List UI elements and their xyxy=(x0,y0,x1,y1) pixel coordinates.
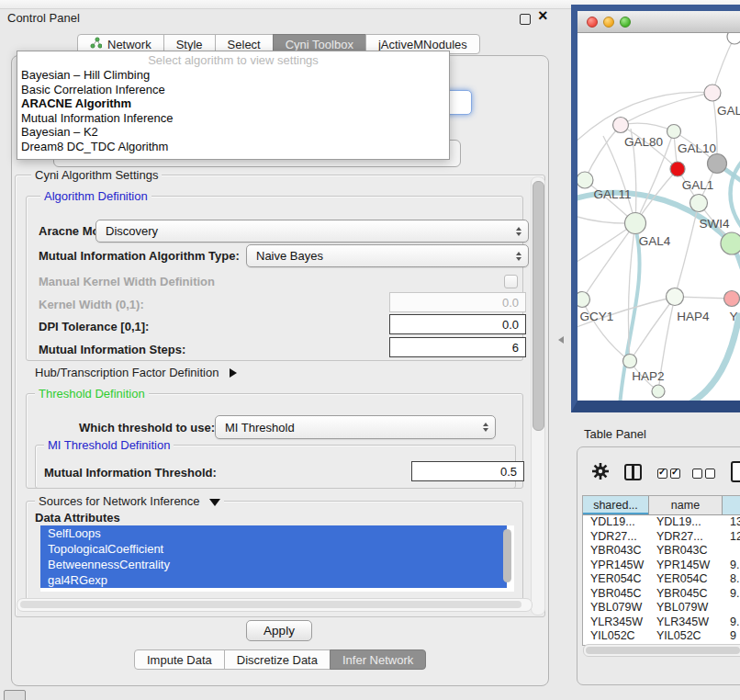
algorithm-option[interactable]: Basic Correlation Inference xyxy=(17,83,449,97)
dropdown-placeholder: Select algorithm to view settings xyxy=(17,53,449,68)
algorithm-option[interactable]: Dream8 DC_TDC Algorithm xyxy=(17,140,449,154)
collapsed-arrow-icon[interactable] xyxy=(230,368,237,378)
network-edge xyxy=(686,316,739,401)
table-row[interactable]: YLR345WYLR345W9. xyxy=(583,615,740,630)
node-label: GCY1 xyxy=(580,310,614,323)
algorithm-option-list: Bayesian – Hill ClimbingBasic Correlatio… xyxy=(17,68,449,153)
algorithm-option[interactable]: Bayesian – Hill Climbing xyxy=(17,68,449,83)
table-row[interactable]: YBR043CYBR043C xyxy=(583,544,740,559)
table-hscrollbar-track[interactable] xyxy=(583,644,740,657)
hub-definition-label: Hub/Transcription Factor Definition xyxy=(35,366,219,379)
hub-definition-section[interactable]: Hub/Transcription Factor Definition xyxy=(35,366,237,379)
network-node-gal10[interactable] xyxy=(667,125,681,139)
table-column-header[interactable]: name xyxy=(649,496,723,515)
table-cell: YBL079W xyxy=(649,601,723,615)
table-cell: YPR145W xyxy=(583,559,649,573)
table-cell: YDL19... xyxy=(649,515,723,530)
which-threshold-value: MI Threshold xyxy=(225,421,295,435)
network-node-swi4[interactable] xyxy=(721,232,740,254)
mi-algorithm-type-combobox[interactable]: Naive Bayes xyxy=(246,244,529,267)
table-row[interactable]: YBR045CYBR045C9. xyxy=(583,587,740,602)
apply-button-label: Apply xyxy=(263,624,295,638)
network-icon xyxy=(90,37,102,51)
network-node-gal1[interactable] xyxy=(690,195,708,212)
table-hscrollbar-thumb[interactable] xyxy=(586,647,740,654)
table-row[interactable]: YER054CYER054C8. xyxy=(583,572,740,587)
tab-label: Cyni Toolbox xyxy=(286,38,353,51)
table-cell: YBL079W xyxy=(583,601,649,615)
dpi-tolerance-input[interactable]: 0.0 xyxy=(389,314,526,334)
sources-group-title[interactable]: Sources for Network Inference xyxy=(35,494,224,508)
minimize-traffic-light-icon[interactable] xyxy=(603,17,614,28)
network-edge xyxy=(675,203,699,297)
manual-kernel-checkbox[interactable] xyxy=(504,275,518,288)
network-node[interactable] xyxy=(652,385,665,398)
aracne-mode-value: Discovery xyxy=(106,224,158,238)
close-icon[interactable]: × xyxy=(538,6,548,26)
tab-label: Network xyxy=(107,38,151,51)
table-column-header[interactable]: shared... xyxy=(583,496,649,515)
tab-infer-network[interactable]: Infer Network xyxy=(330,649,426,670)
network-node-gal11[interactable] xyxy=(577,172,593,188)
which-threshold-combobox[interactable]: MI Threshold xyxy=(215,415,496,439)
network-node-gal80[interactable] xyxy=(613,118,629,133)
panel-collapse-arrow-icon[interactable] xyxy=(558,336,564,344)
kernel-width-input[interactable]: 0.0 xyxy=(389,292,526,312)
network-node[interactable] xyxy=(708,154,727,174)
expanded-arrow-icon[interactable] xyxy=(209,499,220,506)
network-node-gcy1[interactable] xyxy=(577,292,590,308)
network-node-y[interactable] xyxy=(724,291,740,307)
settings-hscrollbar-thumb[interactable] xyxy=(20,601,521,608)
mi-steps-input[interactable]: 6 xyxy=(389,337,526,357)
hide-all-columns-icon[interactable] xyxy=(692,468,718,481)
table-row[interactable]: YDR27...YDR27...12 xyxy=(583,530,740,545)
data-attribute-item[interactable]: SelfLoops xyxy=(40,525,507,541)
show-all-columns-icon[interactable] xyxy=(657,468,683,481)
restore-panel-icon[interactable] xyxy=(4,690,26,700)
mi-algorithm-type-value: Naive Bayes xyxy=(256,249,323,263)
tab-label: Style xyxy=(176,38,203,51)
table-row[interactable]: YPR145WYPR145W9. xyxy=(583,559,740,573)
float-panel-icon[interactable] xyxy=(520,14,531,25)
mi-threshold-input[interactable]: 0.5 xyxy=(411,461,524,481)
mi-steps-value: 6 xyxy=(512,341,519,355)
table-cell: YIL052C xyxy=(649,629,723,644)
settings-scrollbar-thumb[interactable] xyxy=(533,181,544,431)
aracne-mode-combobox[interactable]: Discovery xyxy=(95,220,529,243)
table-cell: 9. xyxy=(723,559,740,573)
algorithm-option[interactable]: Bayesian – K2 xyxy=(17,125,449,140)
close-traffic-light-icon[interactable] xyxy=(587,17,598,28)
network-node-hap4[interactable] xyxy=(667,288,684,306)
settings-hscrollbar-track[interactable] xyxy=(17,598,533,612)
attributes-scrollbar-thumb[interactable] xyxy=(503,529,511,582)
network-node-hap2[interactable] xyxy=(623,355,637,368)
data-attribute-item[interactable]: BetweennessCentrality xyxy=(40,557,507,572)
table-row[interactable]: YDL19...YDL19...13 xyxy=(583,515,740,530)
tab-impute-data[interactable]: Impute Data xyxy=(134,649,225,670)
data-attribute-item[interactable]: gal4RGexp xyxy=(40,572,507,588)
network-node-gal4[interactable] xyxy=(625,213,646,234)
table-row[interactable]: YBL079WYBL079W xyxy=(583,601,740,615)
algorithm-option[interactable]: Mutual Information Inference xyxy=(17,111,449,126)
gear-icon[interactable] xyxy=(591,462,610,483)
split-view-icon[interactable] xyxy=(624,464,642,480)
algorithm-dropdown-popup: Select algorithm to view settings Bayesi… xyxy=(17,51,450,160)
data-attribute-item[interactable]: TopologicalCoefficient xyxy=(40,541,507,557)
node-label: GAL4 xyxy=(639,234,671,248)
tab-discretize-data[interactable]: Discretize Data xyxy=(224,649,331,670)
network-node-gal[interactable] xyxy=(704,85,721,101)
table-cell: YBR045C xyxy=(583,587,649,602)
network-edge xyxy=(712,37,734,93)
apply-button[interactable]: Apply xyxy=(246,620,312,641)
network-window-titlebar[interactable] xyxy=(577,11,740,33)
new-column-icon[interactable] xyxy=(731,461,740,482)
network-node[interactable] xyxy=(727,33,740,44)
zoom-traffic-light-icon[interactable] xyxy=(620,17,631,28)
algorithm-option[interactable]: ARACNE Algorithm xyxy=(17,96,449,111)
table-column-header[interactable] xyxy=(723,496,740,515)
table-row[interactable]: YIL052CYIL052C9 xyxy=(583,629,740,644)
table-cell: YLR345W xyxy=(649,615,723,630)
table-panel-title: Table Panel xyxy=(584,427,646,441)
network-node[interactable] xyxy=(670,162,685,176)
network-canvas[interactable]: GALGAL80GAL10GAL1GAL11SWI4GAL4GCY1HAP4YH… xyxy=(577,33,740,401)
